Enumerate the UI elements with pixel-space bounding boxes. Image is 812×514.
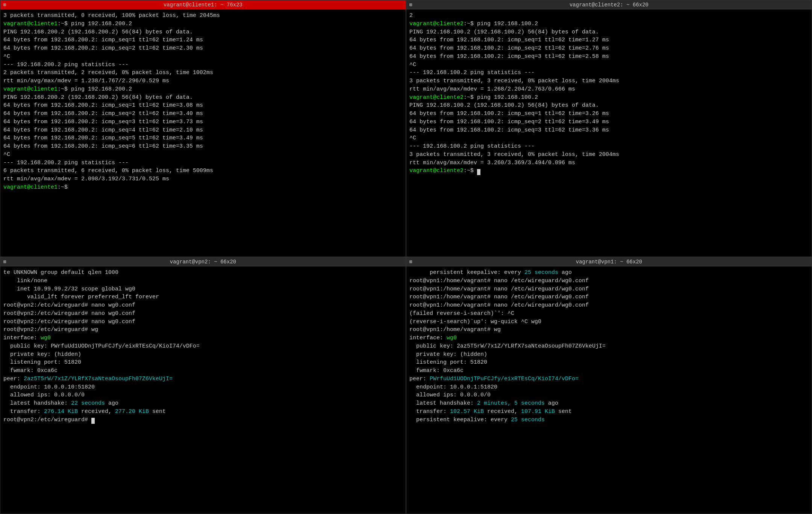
terminal-line: root@vpn2:/etc/wireguard# nano wg0.conf [3, 301, 403, 310]
cursor [477, 169, 480, 175]
terminal-line: link/none [3, 277, 403, 285]
terminal-line: transfer: 276.14 KiB received, 277.20 Ki… [3, 408, 403, 416]
terminal-line: rtt min/avg/max/mdev = 2.098/3.192/3.731… [3, 175, 403, 183]
terminal-line: root@vpn2:/etc/wireguard# wg [3, 326, 403, 334]
titlebar-top-right: ⊞ vagrant@cliente2: ~ 66x20 [406, 0, 812, 9]
terminal-line: listening port: 51820 [3, 358, 403, 367]
terminal-top-right: ⊞ vagrant@cliente2: ~ 66x20 2vagrant@cli… [406, 0, 812, 257]
terminal-line: vagrant@cliente2:~$ ping 192.168.100.2 [409, 94, 809, 102]
terminal-line: --- 192.168.200.2 ping statistics --- [3, 159, 403, 167]
terminal-line: fwmark: 0xca6c [3, 367, 403, 375]
terminal-line: interface: wg0 [3, 334, 403, 342]
terminal-line: allowed ips: 0.0.0.0/0 [409, 391, 809, 399]
terminal-line: root@vpn2:/etc/wireguard# [3, 416, 403, 424]
terminal-line: vagrant@cliente2:~$ ping 192.168.100.2 [409, 20, 809, 28]
grid-icon: ⊞ [3, 2, 6, 8]
terminal-line: listening port: 51820 [409, 358, 809, 367]
title-bottom-left: vagrant@vpn2: ~ 66x20 [170, 259, 236, 265]
terminal-line: 64 bytes from 192.168.100.2: icmp_seq=3 … [409, 126, 809, 135]
terminal-line: root@vpn1:/home/vagrant# nano /etc/wireg… [409, 285, 809, 293]
terminal-line: 64 bytes from 192.168.100.2: icmp_seq=2 … [409, 118, 809, 126]
terminal-line: 64 bytes from 192.168.100.2: icmp_seq=1 … [409, 36, 809, 44]
terminal-line: PING 192.168.200.2 (192.168.200.2) 56(84… [3, 94, 403, 102]
terminal-line: 64 bytes from 192.168.200.2: icmp_seq=5 … [3, 134, 403, 142]
terminal-line: public key: PWrfuUd1UODnjTPuFCJfy/eixRTE… [3, 342, 403, 351]
titlebar-bottom-left: ⊞ vagrant@vpn2: ~ 66x20 [0, 257, 406, 266]
terminal-line: root@vpn2:/etc/wireguard# nano wg0.conf [3, 318, 403, 326]
terminal-line: peer: 2az5T5rW/7x1Z/YLRfX7saNteaOsoupFh0… [3, 375, 403, 383]
terminal-line: ^C [409, 134, 809, 142]
terminal-line: 64 bytes from 192.168.200.2: icmp_seq=1 … [3, 101, 403, 110]
terminal-body-top-right: 2vagrant@cliente2:~$ ping 192.168.100.2P… [406, 9, 812, 257]
terminal-line: inet 10.99.99.2/32 scope global wg0 [3, 285, 403, 293]
terminal-line: vagrant@cliente1:~$ [3, 183, 403, 192]
terminal-line: PING 192.168.100.2 (192.168.100.2) 56(84… [409, 101, 809, 110]
title-bottom-right: vagrant@vpn1: ~ 66x20 [576, 259, 642, 265]
terminal-line: 3 packets transmitted, 0 received, 100% … [3, 12, 403, 20]
title-top-left: vagrant@cliente1: ~ 76x23 [164, 2, 242, 8]
terminal-line: public key: 2az5T5rW/7x1Z/YLRfX7saNteaOs… [409, 342, 809, 351]
terminal-line: private key: (hidden) [3, 351, 403, 359]
terminal-line: endpoint: 10.0.0.10:51820 [3, 383, 403, 392]
terminal-line: fwmark: 0xca6c [409, 367, 809, 375]
title-top-right: vagrant@cliente2: ~ 66x20 [570, 2, 648, 8]
terminal-line: 64 bytes from 192.168.200.2: icmp_seq=1 … [3, 36, 403, 44]
terminal-line: allowed ips: 0.0.0.0/0 [3, 391, 403, 399]
terminal-line: rtt min/avg/max/mdev = 1.238/1.767/2.296… [3, 77, 403, 85]
terminal-line: 3 packets transmitted, 3 received, 0% pa… [409, 77, 809, 85]
terminal-line: PING 192.168.100.2 (192.168.100.2) 56(84… [409, 28, 809, 36]
terminal-line: vagrant@cliente2:~$ [409, 167, 809, 175]
titlebar-top-left: ⊞ vagrant@cliente1: ~ 76x23 [0, 0, 406, 9]
terminal-line: root@vpn1:/home/vagrant# nano /etc/wireg… [409, 293, 809, 301]
terminal-line: --- 192.168.200.2 ping statistics --- [3, 61, 403, 69]
terminal-line: vagrant@cliente1:~$ ping 192.168.200.2 [3, 85, 403, 94]
terminal-line: 64 bytes from 192.168.200.2: icmp_seq=4 … [3, 126, 403, 135]
terminal-line: 64 bytes from 192.168.200.2: icmp_seq=2 … [3, 44, 403, 53]
terminal-line: endpoint: 10.0.0.1:51820 [409, 383, 809, 392]
terminal-line: (reverse-i-search)`up': wg-quick ^C wg0 [409, 318, 809, 326]
terminal-line: 3 packets transmitted, 3 received, 0% pa… [409, 151, 809, 159]
terminal-line: 64 bytes from 192.168.100.2: icmp_seq=1 … [409, 110, 809, 118]
terminal-line: 64 bytes from 192.168.100.2: icmp_seq=3 … [409, 53, 809, 61]
terminal-line: latest handshake: 22 seconds ago [3, 399, 403, 408]
terminal-line: persistent keepalive: every 25 seconds a… [409, 269, 809, 277]
terminal-line: te UNKNOWN group default qlen 1000 [3, 269, 403, 277]
terminal-line: ^C [3, 53, 403, 61]
terminal-line: interface: wg0 [409, 334, 809, 342]
terminal-line: valid_lft forever preferred_lft forever [3, 293, 403, 301]
grid-icon-bl: ⊞ [3, 259, 6, 265]
titlebar-bottom-right: ⊞ vagrant@vpn1: ~ 66x20 [406, 257, 812, 266]
terminal-body-bottom-right: persistent keepalive: every 25 seconds a… [406, 266, 812, 514]
terminal-line: 64 bytes from 192.168.200.2: icmp_seq=3 … [3, 118, 403, 126]
terminal-top-left: ⊞ vagrant@cliente1: ~ 76x23 3 packets tr… [0, 0, 406, 257]
cursor [91, 418, 95, 424]
terminal-bottom-right: ⊞ vagrant@vpn1: ~ 66x20 persistent keepa… [406, 257, 812, 514]
grid-icon-tr: ⊞ [409, 2, 412, 8]
terminal-line: persistent keepalive: every 25 seconds [409, 416, 809, 424]
terminal-line: 2 packets transmitted, 2 received, 0% pa… [3, 69, 403, 77]
terminal-line: 2 [409, 12, 809, 20]
terminal-line: peer: PWrfuUd1UODnjTPuFCJfy/eixRTEsCq/Ki… [409, 375, 809, 383]
terminal-line: rtt min/avg/max/mdev = 1.268/2.204/2.763… [409, 85, 809, 94]
terminal-line: transfer: 102.57 KiB received, 107.91 Ki… [409, 408, 809, 416]
terminal-line: latest handshake: 2 minutes, 5 seconds a… [409, 399, 809, 408]
terminal-line: root@vpn1:/home/vagrant# nano /etc/wireg… [409, 301, 809, 310]
terminal-line: root@vpn2:/etc/wireguard# nano wg0.conf [3, 310, 403, 318]
terminal-line: --- 192.168.100.2 ping statistics --- [409, 69, 809, 77]
grid-icon-br: ⊞ [409, 259, 412, 265]
terminal-line: vagrant@cliente1:~$ ping 192.168.200.2 [3, 20, 403, 28]
terminal-line: root@vpn1:/home/vagrant# nano /etc/wireg… [409, 277, 809, 285]
terminal-line: --- 192.168.100.2 ping statistics --- [409, 142, 809, 151]
terminal-line: rtt min/avg/max/mdev = 3.260/3.369/3.494… [409, 159, 809, 167]
terminal-bottom-left: ⊞ vagrant@vpn2: ~ 66x20 te UNKNOWN group… [0, 257, 406, 514]
terminal-line: (failed reverse-i-search)`': ^C [409, 310, 809, 318]
terminal-line: 64 bytes from 192.168.200.2: icmp_seq=6 … [3, 142, 403, 151]
terminal-line: ^C [3, 151, 403, 159]
terminal-line: ^C [409, 61, 809, 69]
terminal-line: root@vpn1:/home/vagrant# wg [409, 326, 809, 334]
terminal-line: private key: (hidden) [409, 351, 809, 359]
terminal-line: 64 bytes from 192.168.200.2: icmp_seq=2 … [3, 110, 403, 118]
terminal-line: PING 192.168.200.2 (192.168.200.2) 56(84… [3, 28, 403, 36]
terminal-line: 64 bytes from 192.168.100.2: icmp_seq=2 … [409, 44, 809, 53]
terminal-line: 6 packets transmitted, 6 received, 0% pa… [3, 167, 403, 175]
